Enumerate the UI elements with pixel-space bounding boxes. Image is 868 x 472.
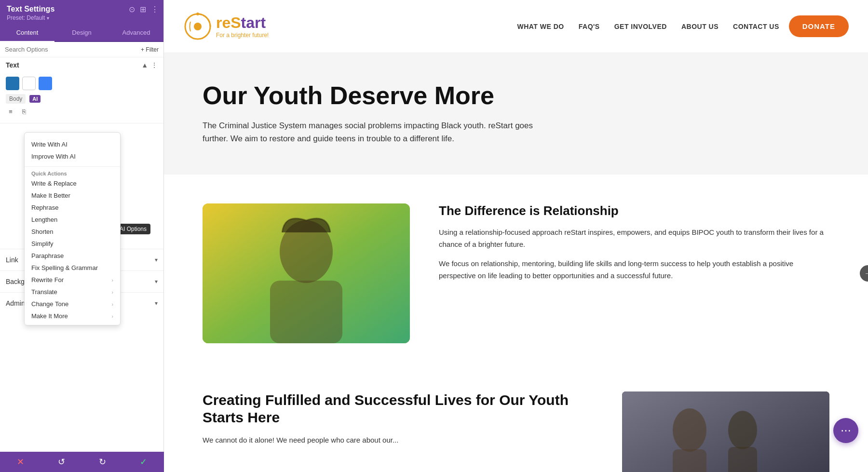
- more-icon[interactable]: ⋮: [151, 5, 159, 14]
- difference-title: The Difference is Relationship: [439, 203, 829, 218]
- svg-rect-12: [728, 447, 757, 472]
- panel-tabs: Content Design Advanced: [0, 24, 163, 42]
- change-tone-arrow-icon: ›: [111, 301, 113, 307]
- hero-title: Our Youth Deserve More: [203, 82, 829, 109]
- group-image: [622, 391, 829, 472]
- nav-contact-us[interactable]: CONTACT US: [733, 23, 779, 30]
- panel-header-icons: ⊙ ⊞ ⋮: [129, 5, 159, 14]
- creating-title: Creating Fulfilled and Successful Lives …: [203, 391, 593, 426]
- difference-p1: Using a relationship-focused approach re…: [439, 226, 829, 251]
- panel-header: Text Settings Preset: Default ▾ ⊙ ⊞ ⋮: [0, 0, 163, 24]
- ai-divider: [25, 166, 120, 167]
- creating-image: [622, 391, 829, 472]
- align-icon[interactable]: ≡: [6, 107, 15, 116]
- donate-button[interactable]: DONATE: [789, 15, 849, 37]
- text-section-title: Text: [6, 61, 19, 69]
- logo-text: reStart For a brighter future!: [216, 14, 269, 39]
- bottom-bar: ✕ ↺ ↻ ✓: [0, 452, 164, 472]
- difference-p2: We focus on relationship, mentoring, bui…: [439, 257, 829, 282]
- hero-image: [203, 203, 410, 343]
- section-more-icon[interactable]: ⋮: [151, 61, 158, 69]
- color-swatch-blue[interactable]: [6, 77, 19, 90]
- simplify-item[interactable]: Simplify: [25, 238, 120, 250]
- panel-preset[interactable]: Preset: Default ▾: [7, 14, 157, 21]
- make-it-more-arrow-icon: ›: [111, 313, 113, 319]
- creating-text: Creating Fulfilled and Successful Lives …: [203, 391, 593, 446]
- make-it-more-item[interactable]: Make It More ›: [25, 310, 120, 322]
- link-section-title: Link: [6, 256, 18, 264]
- background-chevron-icon: ▾: [155, 278, 158, 285]
- improve-with-ai-item[interactable]: Improve With AI: [31, 150, 113, 162]
- tab-design[interactable]: Design: [54, 24, 109, 41]
- search-row: + Filter: [0, 42, 163, 57]
- creating-subtitle: We cannot do it alone! We need people wh…: [203, 434, 593, 446]
- undo-button[interactable]: ↺: [58, 457, 65, 467]
- main-content: reStart For a brighter future! WHAT WE D…: [164, 0, 868, 472]
- copy-icon[interactable]: ⎘: [19, 107, 29, 116]
- preset-chevron-icon: ▾: [47, 15, 49, 21]
- text-section-header: Text ▲ ⋮: [0, 57, 163, 73]
- logo-tagline: For a brighter future!: [216, 32, 269, 39]
- site-logo: reStart For a brighter future!: [183, 12, 269, 41]
- paraphrase-item[interactable]: Paraphrase: [25, 250, 120, 262]
- body-label: Body: [6, 94, 26, 104]
- admin-label-chevron-icon: ▾: [155, 300, 158, 307]
- color-row: [6, 77, 158, 90]
- color-swatch-white[interactable]: [22, 77, 36, 90]
- float-dots-icon: ⋯: [841, 424, 851, 437]
- rewrite-for-item[interactable]: Rewrite For ›: [25, 274, 120, 286]
- difference-text: The Difference is Relationship Using a r…: [439, 203, 829, 289]
- svg-point-1: [194, 23, 202, 30]
- svg-point-11: [728, 411, 757, 449]
- translate-item[interactable]: Translate ›: [25, 286, 120, 298]
- float-action-button[interactable]: ⋯: [833, 418, 858, 443]
- label-row: Body AI: [6, 94, 158, 104]
- logo-icon: [183, 12, 212, 41]
- rephrase-item[interactable]: Rephrase: [25, 202, 120, 214]
- nav-about-us[interactable]: ABOUT US: [681, 23, 719, 30]
- make-it-better-item[interactable]: Make It Better: [25, 189, 120, 202]
- text-section-body: Body AI ≡ ⎘: [0, 73, 163, 123]
- ai-badge[interactable]: AI: [29, 95, 41, 103]
- hero-subtitle: The Criminal Justice System manages soci…: [203, 119, 550, 145]
- nav-get-involved[interactable]: GET INVOLVED: [614, 23, 667, 30]
- search-input[interactable]: [5, 46, 138, 53]
- svg-rect-8: [622, 391, 829, 472]
- section-arrow[interactable]: →: [860, 265, 868, 282]
- panel-content-area: Text ▲ ⋮ Body AI ≡ ⎘ W: [0, 57, 163, 472]
- bottom-section: Creating Fulfilled and Successful Lives …: [164, 372, 868, 472]
- two-col-section: The Difference is Relationship Using a r…: [164, 175, 868, 372]
- svg-rect-10: [673, 449, 706, 472]
- layout-icon[interactable]: ⊞: [140, 5, 146, 14]
- lengthen-item[interactable]: Lengthen: [25, 214, 120, 226]
- quick-actions-label: Quick Actions: [25, 169, 120, 177]
- logo-brand: reStart: [216, 14, 269, 32]
- change-tone-item[interactable]: Change Tone ›: [25, 298, 120, 310]
- collapse-icon[interactable]: ▲: [141, 61, 148, 69]
- ai-dropdown-menu: Write With AI Improve With AI Quick Acti…: [24, 132, 121, 325]
- tab-content[interactable]: Content: [0, 24, 54, 42]
- confirm-button[interactable]: ✓: [140, 457, 147, 467]
- nav-faqs[interactable]: FAQ'S: [579, 23, 600, 30]
- nav-links: WHAT WE DO FAQ'S GET INVOLVED ABOUT US C…: [517, 23, 779, 30]
- fix-spelling-item[interactable]: Fix Spelling & Grammar: [25, 262, 120, 274]
- svg-point-2: [196, 13, 199, 15]
- shorten-item[interactable]: Shorten: [25, 226, 120, 238]
- redo-button[interactable]: ↻: [99, 457, 106, 467]
- par-icon-row: ≡ ⎘: [6, 107, 158, 116]
- focus-icon[interactable]: ⊙: [129, 5, 135, 14]
- write-replace-item[interactable]: Write & Replace: [25, 177, 120, 189]
- svg-point-9: [673, 408, 706, 452]
- website-wrapper: reStart For a brighter future! WHAT WE D…: [164, 0, 868, 472]
- ai-options-tooltip: AI Options: [116, 224, 150, 234]
- write-with-ai-item[interactable]: Write With AI: [31, 138, 113, 150]
- nav-what-we-do[interactable]: WHAT WE DO: [517, 23, 564, 30]
- filter-button[interactable]: + Filter: [141, 46, 159, 53]
- tab-advanced[interactable]: Advanced: [109, 24, 163, 41]
- cancel-button[interactable]: ✕: [17, 457, 24, 467]
- translate-arrow-icon: ›: [111, 289, 113, 295]
- hero-section: Our Youth Deserve More The Criminal Just…: [164, 53, 868, 175]
- ai-top-actions: Write With AI Improve With AI: [25, 135, 120, 164]
- site-nav: reStart For a brighter future! WHAT WE D…: [164, 0, 868, 53]
- color-swatch-blue2[interactable]: [39, 77, 52, 90]
